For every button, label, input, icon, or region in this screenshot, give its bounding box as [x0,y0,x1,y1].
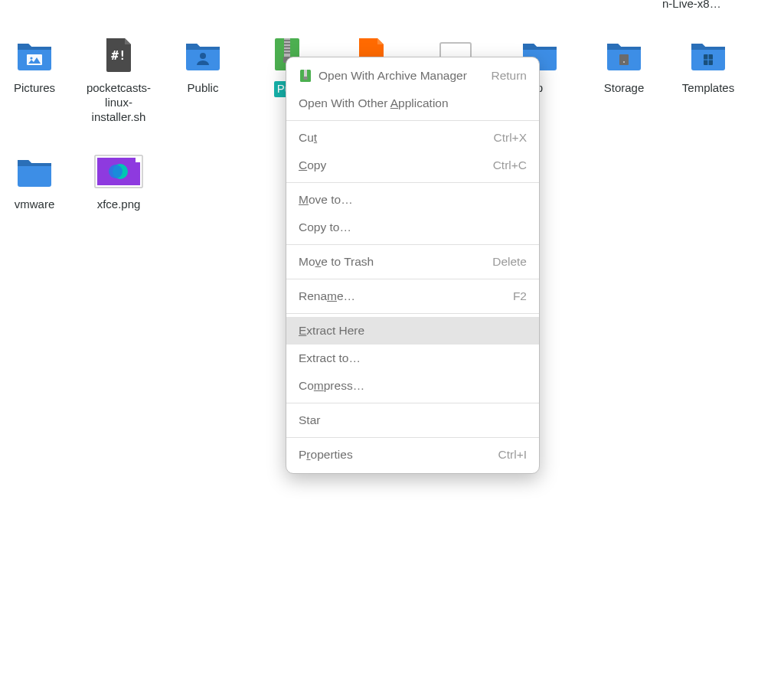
menu-item-accelerator: F2 [513,289,527,303]
file-item-image[interactable]: xfce.png [77,147,161,212]
folder-icon [10,147,59,196]
svg-point-14 [623,61,625,63]
menu-item-accelerator: Ctrl+C [493,158,527,172]
partial-top-label: n-Live-x8… [662,0,721,10]
context-menu: Open With Archive ManagerReturnOpen With… [286,57,540,474]
svg-rect-10 [284,52,290,54]
image-thumbnail-icon [94,147,143,196]
menu-item-label: Extract Here [299,324,527,338]
folder-templates-icon [684,31,733,80]
menu-item-accelerator: Ctrl+X [494,131,528,145]
file-label: pocketcasts-linux-installer.sh [77,81,161,124]
svg-rect-20 [136,158,140,162]
folder-pictures-icon [10,31,59,80]
svg-point-19 [109,165,122,178]
menu-item-rename[interactable]: Rename…F2 [286,282,539,310]
file-label: vmware [11,198,58,212]
menu-separator [286,279,539,279]
menu-item-cut[interactable]: CutCtrl+X [286,124,539,152]
menu-item-label: Copy to… [299,220,527,234]
file-item-vmware[interactable]: vmware [0,147,77,212]
menu-item-accelerator: Return [491,69,527,83]
menu-item-label: Copy [299,158,493,172]
file-label: Pictures [11,81,58,96]
menu-item-compress[interactable]: Compress… [286,372,539,400]
menu-item-accelerator: Ctrl+I [498,448,527,462]
menu-item-extract-here[interactable]: Extract Here [286,317,539,345]
file-label: Templates [679,81,737,96]
file-item-script[interactable]: #! pocketcasts-linux-installer.sh [77,31,161,124]
menu-item-label: Cut [299,131,494,145]
svg-rect-9 [284,49,290,51]
menu-item-label: Move to Trash [299,255,492,269]
svg-point-3 [200,53,206,59]
menu-item-star[interactable]: Star [286,407,539,434]
svg-point-1 [30,57,32,59]
menu-item-label: Star [299,413,527,427]
svg-rect-8 [284,46,290,47]
file-item-pictures[interactable]: Pictures [0,31,77,124]
folder-public-icon [178,31,227,80]
archive-app-icon [299,69,312,83]
menu-item-move-to[interactable]: Move to… [286,186,539,214]
menu-item-open-with-archive-manager[interactable]: Open With Archive ManagerReturn [286,62,539,90]
menu-item-label: Compress… [299,379,527,393]
menu-item-accelerator: Delete [492,255,527,269]
menu-item-copy[interactable]: CopyCtrl+C [286,152,539,179]
menu-item-label: Properties [299,448,498,462]
svg-text:#!: #! [111,48,126,63]
file-item-templates[interactable]: Templates [666,31,750,124]
menu-item-open-with-other-application[interactable]: Open With Other Application [286,90,539,117]
script-file-icon: #! [94,31,143,80]
menu-item-properties[interactable]: PropertiesCtrl+I [286,441,539,469]
menu-separator [286,403,539,403]
menu-item-label: Rename… [299,289,513,303]
menu-separator [286,313,539,314]
menu-separator [286,244,539,245]
file-item-edge[interactable]: te [762,31,784,96]
menu-separator [286,182,539,183]
svg-rect-7 [284,43,290,44]
file-item-storage[interactable]: Storage [582,31,666,124]
menu-item-label: Open With Other Application [299,96,527,110]
svg-rect-6 [284,40,290,41]
file-label: xfce.png [94,198,144,212]
menu-item-label: Extract to… [299,351,527,365]
menu-item-label: Move to… [299,193,527,207]
svg-rect-23 [304,77,308,80]
menu-separator [286,437,539,438]
menu-item-extract-to[interactable]: Extract to… [286,345,539,372]
file-label: Public [185,81,222,96]
svg-rect-13 [619,54,629,65]
menu-item-move-to-trash[interactable]: Move to TrashDelete [286,248,539,276]
folder-icon [779,31,784,80]
menu-item-label: Open With Archive Manager [318,69,491,83]
file-label: Storage [601,81,648,96]
menu-separator [286,120,539,121]
file-item-public[interactable]: Public [161,31,245,124]
folder-storage-icon [599,31,648,80]
menu-item-copy-to[interactable]: Copy to… [286,214,539,241]
